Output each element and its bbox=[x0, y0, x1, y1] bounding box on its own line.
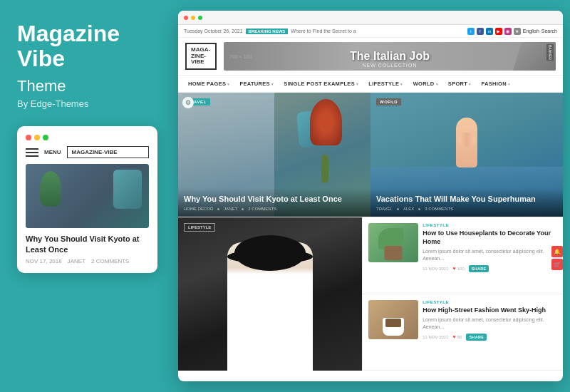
featured-right-meta: TRAVEL ALEX 3 COMMENTS bbox=[376, 207, 557, 211]
featured-article-right[interactable]: WORLD Vacations That Will Make You Super… bbox=[370, 93, 563, 217]
plant-decoration bbox=[40, 171, 61, 207]
notification-icon[interactable]: 🔔 bbox=[551, 246, 563, 257]
featured-right-comments: 3 COMMENTS bbox=[425, 207, 453, 211]
likes-count-1: 100 bbox=[457, 267, 465, 271]
nav-home-pages-label: HOME PAGES bbox=[188, 81, 226, 87]
nav-sport[interactable]: SPORT ▾ bbox=[444, 76, 476, 92]
lifestyle-tag: LIFESTYLE bbox=[184, 223, 215, 232]
nav-features[interactable]: FEATURES ▾ bbox=[236, 76, 279, 92]
nav-single-post-label: SINGLE POST EXAMPLES bbox=[284, 81, 355, 87]
chrome-close-dot[interactable] bbox=[184, 16, 188, 20]
article-title-1[interactable]: How to Use Houseplants to Decorate Your … bbox=[423, 229, 557, 246]
lifestyle-feature[interactable]: LIFESTYLE bbox=[178, 217, 363, 371]
nav-single-post[interactable]: SINGLE POST EXAMPLES ▾ bbox=[279, 76, 363, 92]
coffee-cup-decoration bbox=[383, 318, 404, 336]
banner-size: 760 × 100 bbox=[229, 54, 252, 59]
share-button-2[interactable]: SHARE bbox=[466, 334, 487, 341]
linkedin-icon[interactable]: in bbox=[486, 28, 493, 35]
featured-left-title: Why You Should Visit Kyoto at Least Once bbox=[184, 194, 365, 204]
lang-selector[interactable]: English bbox=[523, 29, 539, 33]
mockup-logo: MAGAZINE-VIBE bbox=[67, 146, 149, 158]
topbar-date: Tuesday October 26, 2021 bbox=[184, 29, 243, 33]
chrome-min-dot[interactable] bbox=[191, 16, 195, 20]
brand-by: By Edge-Themes bbox=[17, 98, 157, 109]
twitter-icon[interactable]: t bbox=[467, 28, 475, 35]
featured-left-overlay: Why You Should Visit Kyoto at Least Once… bbox=[178, 188, 370, 217]
meta-separator-3 bbox=[397, 208, 399, 210]
mobile-mockup: MENU MAGAZINE-VIBE Why You Should Visit … bbox=[17, 126, 157, 273]
site-header: MAGA- ZINE- VIBE 760 × 100 The Italian J… bbox=[178, 38, 563, 76]
hat-brim bbox=[227, 249, 313, 264]
site-navigation: HOME PAGES ▾ FEATURES ▾ SINGLE POST EXAM… bbox=[178, 76, 563, 93]
heart-icon-2: ♥ bbox=[453, 334, 456, 339]
article-list: 🔔 🛒 LIFESTYLE How to Use Houseplants to … bbox=[363, 217, 563, 371]
featured-right-category: TRAVEL bbox=[376, 207, 393, 211]
article-meta-2: 11 NOV 2021 ♥ 86 SHARE bbox=[423, 334, 557, 341]
dot-green bbox=[43, 135, 48, 140]
article-meta-1: 11 NOV 2021 ♥ 100 SHARE bbox=[423, 265, 557, 272]
search-topbar-label[interactable]: Search bbox=[542, 29, 557, 33]
nav-features-chevron: ▾ bbox=[271, 82, 274, 86]
pillow-decoration bbox=[113, 170, 142, 209]
nav-home-pages[interactable]: HOME PAGES ▾ bbox=[184, 76, 234, 92]
pot-decoration bbox=[385, 246, 403, 260]
mockup-header: MENU MAGAZINE-VIBE bbox=[26, 146, 149, 158]
logo-line3: VIBE bbox=[191, 59, 211, 66]
nav-features-label: FEATURES bbox=[240, 81, 270, 87]
plant-stem-decoration bbox=[321, 155, 328, 183]
facebook-icon[interactable]: f bbox=[477, 28, 484, 35]
lifestyle-image bbox=[178, 217, 362, 371]
youtube-icon[interactable]: ▶ bbox=[495, 28, 502, 35]
nav-lifestyle-chevron: ▾ bbox=[400, 82, 403, 86]
featured-article-left[interactable]: TRAVEL Why You Should Visit Kyoto at Lea… bbox=[178, 93, 370, 217]
nav-sport-chevron: ▾ bbox=[469, 82, 471, 86]
settings-icon[interactable]: ⚙ bbox=[182, 97, 194, 108]
article-likes-2: ♥ 86 bbox=[453, 334, 462, 339]
banner-title: The Italian Job bbox=[350, 50, 430, 63]
mockup-meta-author: JANET bbox=[68, 258, 86, 264]
article-date-1: 11 NOV 2021 bbox=[423, 267, 448, 271]
dot-red bbox=[26, 135, 31, 140]
article-category-1: LIFESTYLE bbox=[423, 223, 557, 227]
nav-world-chevron: ▾ bbox=[436, 82, 438, 86]
featured-left-meta: HOME DECOR JANET 2 COMMENTS bbox=[184, 207, 365, 211]
featured-row: ⚙ TRAVEL Why You Should Visit Kyoto at L… bbox=[178, 93, 563, 217]
dot-yellow bbox=[34, 135, 40, 140]
article-thumb-1 bbox=[368, 223, 418, 262]
article-title-2[interactable]: How High-Street Fashion Went Sky-High bbox=[423, 306, 557, 315]
nav-lifestyle[interactable]: LIFESTYLE ▾ bbox=[364, 76, 407, 92]
breaking-news-label: BREAKING NEWS bbox=[246, 29, 289, 34]
share-button-1[interactable]: SHARE bbox=[469, 265, 489, 272]
featured-right-author: ALEX bbox=[403, 207, 414, 211]
featured-left-author: JANET bbox=[224, 207, 237, 211]
nav-sport-label: SPORT bbox=[448, 81, 467, 87]
featured-left-comments: 2 COMMENTS bbox=[248, 207, 276, 211]
article-excerpt-1: Lorem ipsum dolor sit amet, consectetur … bbox=[423, 248, 557, 262]
coffee-liquid bbox=[385, 319, 401, 327]
girl-figure-decoration bbox=[227, 242, 313, 371]
nav-home-pages-chevron: ▾ bbox=[227, 82, 229, 86]
swimmer-arms bbox=[458, 133, 475, 147]
breaking-news-text: Where to Find the Secret to a bbox=[291, 29, 356, 33]
hamburger-icon[interactable] bbox=[26, 148, 38, 157]
mockup-meta-comments: 2 COMMENTS bbox=[91, 258, 129, 264]
girl-hat bbox=[234, 235, 306, 271]
article-date-2: 11 NOV 2021 bbox=[423, 335, 448, 339]
chrome-max-dot[interactable] bbox=[198, 16, 202, 20]
likes-count-2: 86 bbox=[457, 335, 462, 339]
nav-fashion[interactable]: FASHION ▾ bbox=[477, 76, 515, 92]
brand-title: Magazine Vibe bbox=[17, 21, 157, 71]
swimmer-decoration bbox=[456, 118, 477, 167]
left-panel: Magazine Vibe Theme By Edge-Themes MENU … bbox=[0, 0, 175, 392]
browser-chrome bbox=[178, 11, 563, 25]
star-icon[interactable]: ★ bbox=[514, 28, 521, 35]
featured-right-overlay: Vacations That Will Make You Superhuman … bbox=[370, 188, 563, 217]
article-thumb-2 bbox=[368, 300, 418, 339]
meta-separator bbox=[217, 208, 219, 210]
nav-world[interactable]: WORLD ▾ bbox=[409, 76, 442, 92]
featured-right-tag: WORLD bbox=[376, 98, 401, 105]
article-excerpt-2: Lorem ipsum dolor sit amet, consectetur … bbox=[423, 316, 557, 331]
nav-fashion-chevron: ▾ bbox=[508, 82, 510, 86]
cart-icon[interactable]: 🛒 bbox=[551, 259, 563, 270]
instagram-icon[interactable]: ◉ bbox=[504, 28, 512, 35]
